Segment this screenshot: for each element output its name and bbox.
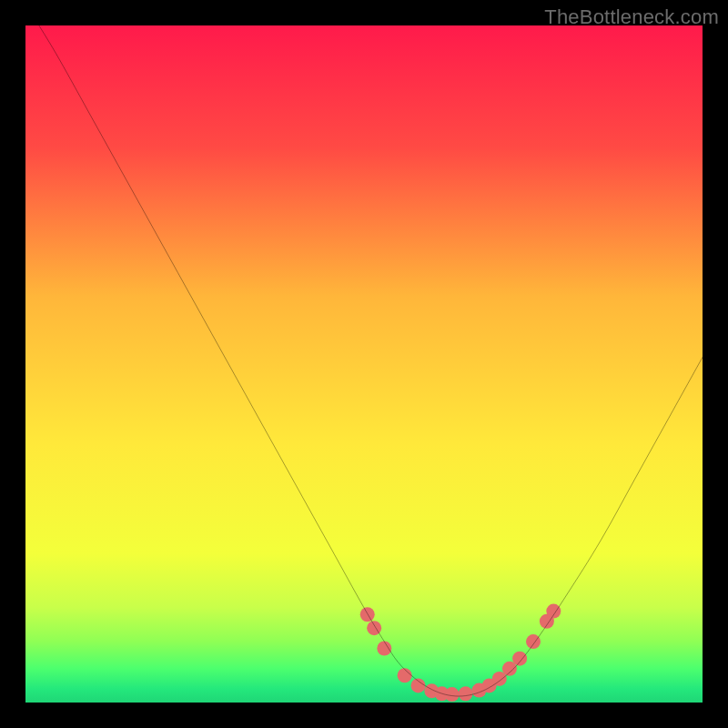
marker-dot (526, 634, 541, 649)
marker-dot (360, 607, 375, 622)
marker-dot (377, 641, 391, 655)
bottleneck-curve (39, 25, 703, 696)
highlight-markers (360, 604, 561, 703)
marker-dot (459, 686, 473, 701)
marker-dot (411, 678, 426, 693)
marker-dot (512, 652, 527, 666)
marker-dot (445, 687, 460, 702)
watermark-text: TheBottleneck.com (544, 5, 719, 29)
marker-dot (398, 668, 412, 682)
marker-dot (546, 604, 561, 619)
chart-svg (25, 25, 703, 703)
chart-frame: TheBottleneck.com (0, 0, 728, 728)
plot-area (25, 25, 703, 703)
marker-dot (367, 621, 381, 635)
